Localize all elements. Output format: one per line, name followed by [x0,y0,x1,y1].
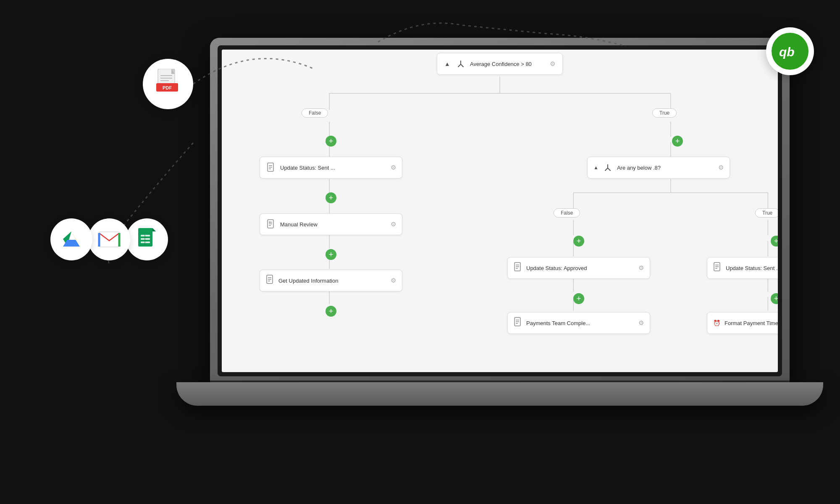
node-get-updated-info[interactable]: Get Updated Information ⚙ [260,270,402,291]
svg-rect-20 [141,235,150,236]
node-label-manual-review: Manual Review [280,221,386,228]
add-btn-right-1[interactable]: + [672,136,683,147]
chevron-up-icon-2: ▲ [593,165,598,171]
svg-text:PDF: PDF [163,85,172,90]
node-manual-review[interactable]: Manual Review ⚙ [260,213,402,235]
add-btn-right-false[interactable]: + [573,236,584,247]
node-update-status-sent-2[interactable]: Update Status: Sent ... ⚙ [707,257,778,279]
node-payments-team[interactable]: Payments Team Comple... ⚙ [507,312,650,334]
add-btn-get-info[interactable]: + [326,306,336,317]
node-are-any-below[interactable]: ▲ Are any below .8? ⚙ [587,157,730,178]
node-label-sent-2: Update Status: Sent ... [726,265,778,271]
add-btn-left-2[interactable]: + [326,192,336,203]
screen-display: ▲ Average Confidence > 80 ⚙ False True [222,50,778,372]
svg-rect-21 [141,238,150,240]
laptop-base [176,382,823,406]
document-icon-sent2 [713,262,722,274]
node-update-status-approved[interactable]: Update Status: Approved ⚙ [507,257,650,279]
gear-icon-get-info[interactable]: ⚙ [391,277,396,284]
document-icon-approved [514,262,522,274]
branch-icon [456,59,466,69]
checklist-icon-payments [514,317,522,329]
svg-rect-22 [141,242,150,243]
clock-icon-format: ⏰ [713,320,720,326]
document-icon-1 [266,163,276,173]
pdf-icon-container: PDF [143,59,193,109]
svg-rect-58 [269,221,270,223]
gear-icon-are-any[interactable]: ⚙ [718,164,724,171]
gear-icon-avg-conf[interactable]: ⚙ [548,60,556,68]
node-label-update-sent-1: Update Status: Sent ... [280,165,386,171]
gear-icon-payments[interactable]: ⚙ [638,319,644,327]
workflow-canvas: ▲ Average Confidence > 80 ⚙ False True [222,50,778,372]
google-sheets-icon [126,218,168,260]
branch-label-true-1: True [652,108,677,118]
add-btn-sent2[interactable]: + [771,293,778,304]
chevron-up-icon: ▲ [443,60,452,68]
svg-marker-19 [152,228,156,231]
google-icons-group [50,218,168,260]
screen-bezel: ▲ Average Confidence > 80 ⚙ False True [218,45,782,376]
checklist-icon [266,219,276,229]
google-drive-icon [50,218,92,260]
branch-label-false-2: False [554,208,580,218]
quickbooks-icon-container: qb [766,27,814,75]
page-root: PDF [0,0,840,504]
laptop-outer: ▲ Average Confidence > 80 ⚙ False True [210,38,790,416]
pdf-icon: PDF [156,69,180,99]
node-label-approved: Update Status: Approved [526,265,634,271]
branch-icon-2 [603,163,613,173]
svg-text:qb: qb [779,45,795,59]
connector-lines [222,50,778,372]
node-average-confidence[interactable]: ▲ Average Confidence > 80 ⚙ [437,53,563,75]
gear-icon-update-sent-1[interactable]: ⚙ [391,164,396,171]
document-icon-get-info [266,275,274,286]
node-label-format-payment: Format Payment Time [724,320,778,326]
node-label-are-any: Are any below .8? [617,165,714,171]
qb-logo: qb [772,33,808,70]
gear-icon-manual-review[interactable]: ⚙ [391,220,396,228]
laptop-lid: ▲ Average Confidence > 80 ⚙ False True [210,38,790,382]
branch-label-false-1: False [302,108,328,118]
node-format-payment[interactable]: ⏰ Format Payment Time ⚙ [707,312,778,334]
node-label-get-info: Get Updated Information [278,278,386,284]
branch-label-true-2: True [755,208,778,218]
gear-icon-approved[interactable]: ⚙ [638,264,644,272]
node-label-payments: Payments Team Comple... [526,320,634,326]
add-btn-approved[interactable]: + [573,293,584,304]
add-btn-left-1[interactable]: + [326,136,336,147]
node-label-avg-conf: Average Confidence > 80 [470,61,544,67]
add-btn-left-3[interactable]: + [326,249,336,260]
gmail-icon [88,218,130,260]
add-btn-right-true[interactable]: + [771,236,778,247]
node-update-status-sent-1[interactable]: Update Status: Sent ... ⚙ [260,157,402,178]
svg-rect-17 [138,228,152,247]
